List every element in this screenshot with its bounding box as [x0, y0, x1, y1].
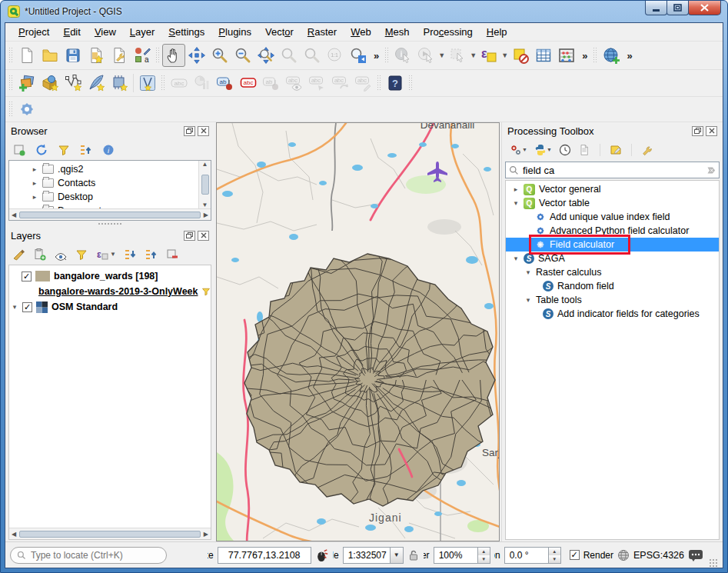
- minimize-button[interactable]: [645, 1, 667, 15]
- collapse-all-icon[interactable]: [145, 248, 158, 261]
- browser-float-button[interactable]: [184, 126, 195, 136]
- manage-visibility-icon[interactable]: [55, 248, 67, 261]
- menu-mesh[interactable]: Mesh: [378, 24, 417, 40]
- select-features-dropdown[interactable]: ▼: [469, 44, 477, 67]
- zoom-full-extent-button[interactable]: [254, 44, 278, 67]
- filter-browser-icon[interactable]: [58, 144, 70, 156]
- menu-project[interactable]: Project: [12, 24, 56, 40]
- render-checkbox[interactable]: ✓: [570, 550, 580, 560]
- magnifier-value[interactable]: 100%: [434, 547, 478, 564]
- rotate-label-button[interactable]: abc: [329, 72, 352, 95]
- options-wrench-icon[interactable]: [641, 144, 653, 156]
- toolbar-handle[interactable]: [408, 75, 414, 92]
- lock-scale-icon[interactable]: [407, 549, 420, 561]
- browser-vertical-scrollbar[interactable]: ▲▼: [198, 161, 211, 208]
- menu-help[interactable]: Help: [480, 24, 514, 40]
- tree-group-vector-general[interactable]: ▸QVector general: [506, 182, 719, 196]
- tree-group-saga[interactable]: ▾SSAGA: [506, 252, 719, 265]
- expand-all-icon[interactable]: [125, 248, 137, 261]
- properties-info-icon[interactable]: i: [102, 144, 115, 156]
- history-icon[interactable]: [559, 144, 571, 156]
- processing-close-button[interactable]: [706, 126, 717, 136]
- statistics-button[interactable]: [555, 44, 578, 67]
- new-spatialite-layer-button[interactable]: [85, 72, 108, 95]
- filter-legend-icon[interactable]: [75, 248, 88, 261]
- restore-button[interactable]: [667, 1, 689, 15]
- tree-group-table-tools[interactable]: ▾Table tools: [506, 293, 719, 307]
- resize-grip[interactable]: [709, 558, 718, 568]
- rotation-value[interactable]: 0.0 °: [504, 547, 549, 564]
- expand-icon[interactable]: ▸: [31, 165, 38, 173]
- open-attribute-table-button[interactable]: [532, 44, 555, 67]
- toolbar-handle[interactable]: [8, 101, 14, 118]
- processing-tree[interactable]: ▸QVector general ▾QVector table Add uniq…: [505, 180, 720, 540]
- zoom-to-selection-button[interactable]: [278, 44, 301, 67]
- rotation-spinbox[interactable]: 0.0 °▲▼: [504, 547, 561, 564]
- collapse-icon[interactable]: ▾: [524, 268, 532, 276]
- layers-list[interactable]: ✓ bangalore_wards [198] bangalore-wards-…: [8, 265, 211, 540]
- scale-value[interactable]: 1:332507: [343, 547, 391, 564]
- new-temporary-scratch-layer-button[interactable]: [108, 72, 131, 95]
- edit-features-icon[interactable]: [610, 144, 622, 156]
- data-source-manager-button[interactable]: [15, 72, 38, 95]
- scroll-up-icon[interactable]: ▲: [202, 161, 208, 168]
- layer-diagram-button[interactable]: [191, 72, 214, 95]
- zoom-out-button[interactable]: [231, 44, 254, 67]
- new-print-layout-button[interactable]: [85, 44, 108, 67]
- crs-status[interactable]: EPSG:4326: [633, 550, 684, 561]
- layers-close-button[interactable]: [198, 231, 209, 241]
- magnifier-spinbox[interactable]: 100%▲▼: [434, 547, 490, 564]
- show-hidden-labels-button[interactable]: abc: [283, 72, 306, 95]
- layer-visibility-checkbox[interactable]: ✓: [22, 302, 32, 312]
- highlight-pinned-labels-button[interactable]: ab: [214, 72, 237, 95]
- pin-unpin-labels-button[interactable]: ab: [260, 72, 283, 95]
- select-features-button[interactable]: [446, 44, 469, 67]
- new-shapefile-layer-button[interactable]: [61, 72, 85, 95]
- toolbar-handle[interactable]: [155, 47, 161, 64]
- toolbar-overflow-button[interactable]: »: [623, 50, 636, 62]
- layer-styling-icon[interactable]: [13, 248, 25, 261]
- toolbar-handle[interactable]: [8, 75, 14, 92]
- collapse-icon[interactable]: ▾: [524, 296, 532, 304]
- browser-item-desktop[interactable]: ▸Desktop: [9, 190, 211, 204]
- layers-float-button[interactable]: [184, 231, 195, 241]
- scroll-down-icon[interactable]: ▼: [202, 202, 208, 208]
- spin-up-icon[interactable]: ▲: [478, 548, 490, 555]
- expand-icon[interactable]: ▸: [31, 193, 38, 201]
- deselect-all-button[interactable]: [509, 44, 532, 67]
- menu-processing[interactable]: Processing: [416, 24, 479, 40]
- tree-alg-add-unique-value-index-field[interactable]: Add unique value index field: [506, 210, 719, 224]
- tree-alg-random-field[interactable]: SRandom field: [506, 279, 719, 293]
- toolbox-options-button[interactable]: ▼: [510, 144, 527, 156]
- scroll-left-icon[interactable]: ◀: [12, 531, 16, 538]
- toolbar-handle[interactable]: [8, 47, 14, 64]
- locate-box[interactable]: [10, 547, 167, 564]
- toolbar-handle[interactable]: [593, 47, 598, 64]
- chevron-down-icon[interactable]: ▼: [391, 547, 404, 564]
- browser-item-contacts[interactable]: ▸Contacts: [9, 176, 211, 190]
- refresh-icon[interactable]: [35, 144, 48, 156]
- tree-alg-field-calculator[interactable]: Field calculator: [506, 238, 719, 252]
- menu-web[interactable]: Web: [344, 24, 378, 40]
- toolbar-overflow-button[interactable]: »: [578, 50, 591, 62]
- scroll-thumb[interactable]: [19, 531, 201, 538]
- scroll-left-icon[interactable]: ◀: [12, 212, 16, 218]
- coordinate-display[interactable]: 77.7767,13.2108: [218, 547, 311, 564]
- add-selected-layer-icon[interactable]: [13, 144, 25, 156]
- results-viewer-icon[interactable]: [578, 144, 590, 156]
- layer-row-table[interactable]: bangalore-wards-2019-3-OnlyWeek: [9, 284, 211, 299]
- select-by-expression-button[interactable]: ε: [477, 44, 500, 67]
- browser-close-button[interactable]: [198, 126, 209, 136]
- pan-to-selection-button[interactable]: [185, 44, 208, 67]
- collapse-icon[interactable]: ▾: [512, 199, 520, 207]
- toolbar-handle[interactable]: [161, 75, 166, 92]
- title-bar[interactable]: *Untitled Project - QGIS: [1, 1, 727, 22]
- filter-expression-button[interactable]: ε▼: [96, 248, 116, 261]
- clear-search-icon[interactable]: [706, 165, 716, 175]
- collapse-icon[interactable]: ▾: [11, 303, 18, 311]
- run-feature-action-button[interactable]: [414, 44, 437, 67]
- style-manager-button[interactable]: a: [131, 44, 154, 67]
- processing-toolbox-toggle-button[interactable]: [15, 98, 38, 121]
- layers-horizontal-scrollbar[interactable]: ◀▶: [9, 528, 211, 539]
- toolbar-overflow-button[interactable]: »: [370, 50, 383, 62]
